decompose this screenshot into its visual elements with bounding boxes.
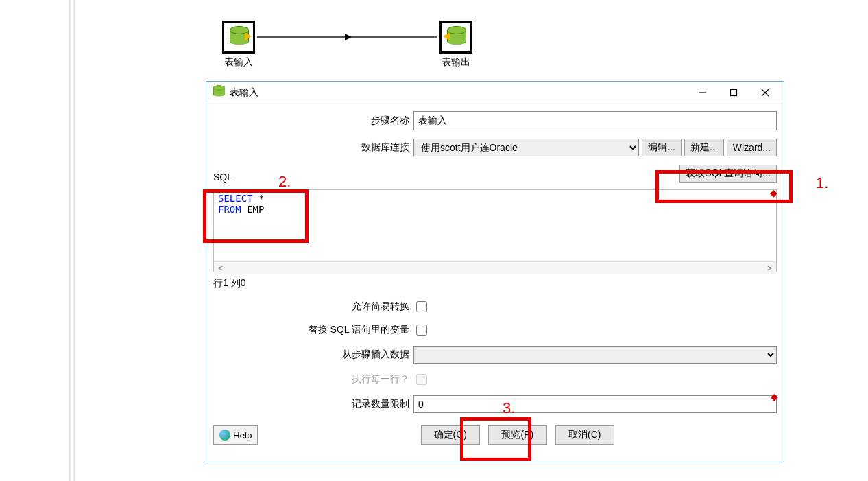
preview-button[interactable]: 预览(P) xyxy=(488,425,547,445)
step-table-input-node[interactable]: 表输入 xyxy=(221,21,256,69)
svg-rect-1 xyxy=(731,90,737,96)
step-label: 表输出 xyxy=(439,56,473,69)
h-scrollbar[interactable]: < > xyxy=(214,261,776,274)
db-input-icon xyxy=(213,86,226,99)
insert-from-step-select[interactable] xyxy=(413,346,777,364)
maximize-button[interactable] xyxy=(718,82,749,103)
scroll-right-icon[interactable]: > xyxy=(767,263,772,273)
db-output-icon xyxy=(439,21,472,54)
step-name-input[interactable] xyxy=(413,111,777,130)
annotation-number-3: 3. xyxy=(503,399,515,417)
replace-vars-checkbox[interactable] xyxy=(416,325,427,336)
allow-lazy-label: 允许简易转换 xyxy=(213,301,413,313)
minimize-button[interactable] xyxy=(686,82,718,103)
annotation-number-2: 2. xyxy=(278,173,291,191)
allow-lazy-checkbox[interactable] xyxy=(416,301,427,312)
step-label: 表输入 xyxy=(221,56,256,69)
db-input-icon xyxy=(222,21,255,54)
ok-button[interactable]: 确定(O) xyxy=(421,425,480,445)
sql-editor[interactable]: SELECT * FROM EMP xyxy=(214,190,776,261)
replace-vars-label: 替换 SQL 语句里的变量 xyxy=(213,324,413,336)
help-button[interactable]: Help xyxy=(213,425,258,445)
cursor-position-status: 行1 列0 xyxy=(213,276,777,295)
wizard-button[interactable]: Wizard... xyxy=(727,139,777,156)
sql-editor-wrap: ◆ SELECT * FROM EMP < > xyxy=(213,189,777,272)
edit-conn-button[interactable]: 编辑... xyxy=(642,139,682,156)
db-conn-label: 数据库连接 xyxy=(213,141,413,154)
variable-diamond-icon: ◆ xyxy=(771,391,778,402)
exec-each-row-label: 执行每一行？ xyxy=(213,373,413,386)
titlebar[interactable]: 表输入 xyxy=(206,82,784,104)
close-button[interactable] xyxy=(749,82,781,103)
insert-from-step-label: 从步骤插入数据 xyxy=(213,349,413,361)
sql-label: SQL xyxy=(213,172,232,183)
variable-diamond-icon: ◆ xyxy=(770,187,777,198)
hop-line[interactable] xyxy=(257,36,437,38)
exec-each-row-checkbox xyxy=(416,374,427,385)
step-table-output-node[interactable]: 表输出 xyxy=(439,21,473,69)
table-input-dialog: 表输入 步骤名称 数据库连接 使用scott用户连Oracle 编辑... 新建… xyxy=(206,81,784,462)
window-title: 表输入 xyxy=(230,86,258,99)
cancel-button[interactable]: 取消(C) xyxy=(555,425,614,445)
limit-input[interactable] xyxy=(413,395,777,413)
get-sql-button[interactable]: 获取SQL查询语句... xyxy=(679,165,777,183)
new-conn-button[interactable]: 新建... xyxy=(684,139,724,156)
limit-label: 记录数量限制 xyxy=(213,398,413,410)
scroll-left-icon[interactable]: < xyxy=(218,263,223,273)
annotation-number-1: 1. xyxy=(816,174,828,192)
help-icon xyxy=(219,430,230,441)
arrow-icon xyxy=(345,34,352,40)
db-conn-select[interactable]: 使用scott用户连Oracle xyxy=(413,139,639,156)
step-name-label: 步骤名称 xyxy=(213,115,413,127)
